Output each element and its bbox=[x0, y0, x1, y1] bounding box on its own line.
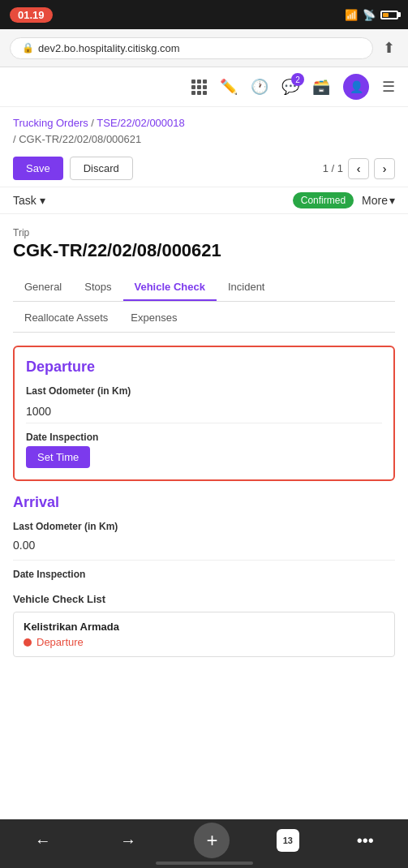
home-bar bbox=[156, 862, 253, 865]
tab-incident[interactable]: Incident bbox=[217, 274, 277, 301]
back-button[interactable]: ← bbox=[24, 821, 62, 860]
dots-button[interactable]: ••• bbox=[346, 821, 384, 860]
pagination: 1 / 1 ‹ › bbox=[323, 158, 395, 179]
avatar-icon: 👤 bbox=[350, 80, 363, 93]
avatar[interactable]: 👤 bbox=[343, 74, 369, 100]
vcl-item-status: Departure bbox=[24, 636, 384, 648]
main-content: Trip CGK-TR/22/02/08/000621 General Stop… bbox=[0, 214, 408, 678]
trip-label: Trip bbox=[13, 227, 395, 238]
wifi-icon: 📡 bbox=[363, 9, 376, 21]
table-icon[interactable]: 🗃️ bbox=[312, 78, 330, 96]
task-button[interactable]: Task ▾ bbox=[13, 194, 45, 207]
forward-button[interactable]: → bbox=[109, 821, 148, 860]
set-time-button[interactable]: Set Time bbox=[26, 446, 90, 468]
departure-odo-label: Last Odometer (in Km) bbox=[26, 385, 382, 397]
browser-bar: 🔒 dev2.bo.hospitality.citiskg.com ⬆ bbox=[0, 29, 408, 67]
breadcrumb-trucking[interactable]: Trucking Orders bbox=[13, 117, 88, 129]
pagination-text: 1 / 1 bbox=[323, 162, 343, 174]
edit-icon[interactable]: ✏️ bbox=[220, 78, 238, 96]
status-time: 01.19 bbox=[10, 7, 53, 23]
tab-vehicle-check[interactable]: Vehicle Check bbox=[123, 274, 217, 301]
next-button[interactable]: › bbox=[374, 158, 395, 179]
tabs-row2: Reallocate Assets Expenses bbox=[13, 305, 395, 333]
task-bar: Task ▾ Confirmed More ▾ bbox=[0, 187, 408, 214]
plus-icon: + bbox=[206, 829, 217, 852]
departure-odo-value: 1000 bbox=[26, 400, 382, 423]
breadcrumb-cgk: CGK-TR/22/02/08/000621 bbox=[19, 133, 141, 145]
departure-section: Departure Last Odometer (in Km) 1000 Dat… bbox=[13, 346, 395, 481]
tab-expenses[interactable]: Expenses bbox=[119, 305, 188, 332]
status-bar: 01.19 📶 📡 bbox=[0, 0, 408, 29]
share-button[interactable]: ⬆ bbox=[380, 36, 398, 60]
vehicle-check-list-section: Vehicle Check List Kelistrikan Armada De… bbox=[13, 593, 395, 657]
vcl-title: Vehicle Check List bbox=[13, 593, 395, 605]
departure-title: Departure bbox=[26, 359, 382, 376]
more-dropdown-icon: ▾ bbox=[389, 194, 395, 207]
action-bar: Save Discard 1 / 1 ‹ › bbox=[0, 150, 408, 187]
vcl-item: Kelistrikan Armada Departure bbox=[13, 612, 395, 657]
url-text: dev2.bo.hospitality.citiskg.com bbox=[38, 42, 180, 54]
vcl-status-label: Departure bbox=[37, 636, 84, 648]
trip-id: CGK-TR/22/02/08/000621 bbox=[13, 240, 395, 261]
departure-date-label: Date Inspection bbox=[26, 432, 382, 443]
arrival-odo-value: 0.00 bbox=[13, 535, 395, 561]
lock-icon: 🔒 bbox=[22, 42, 34, 54]
tabs-row1: General Stops Vehicle Check Incident bbox=[13, 274, 395, 302]
discard-button[interactable]: Discard bbox=[70, 157, 133, 180]
arrival-date-label: Date Inspection bbox=[13, 569, 395, 580]
nav-icons-bar: ✏️ 🕐 💬 2 🗃️ 👤 ☰ bbox=[0, 67, 408, 107]
url-bar[interactable]: 🔒 dev2.bo.hospitality.citiskg.com bbox=[10, 37, 373, 59]
calendar-button[interactable]: 13 bbox=[277, 829, 299, 852]
chat-icon[interactable]: 💬 2 bbox=[281, 78, 299, 96]
status-icons: 📶 📡 bbox=[345, 9, 398, 21]
menu-icon[interactable]: ☰ bbox=[382, 78, 395, 96]
tab-reallocate[interactable]: Reallocate Assets bbox=[13, 305, 119, 332]
arrival-title: Arrival bbox=[13, 494, 395, 511]
task-dropdown-icon: ▾ bbox=[40, 194, 45, 207]
battery-icon bbox=[380, 11, 398, 19]
vcl-item-name: Kelistrikan Armada bbox=[24, 621, 384, 633]
confirmed-badge: Confirmed bbox=[293, 192, 354, 208]
more-label: More bbox=[362, 194, 388, 207]
task-label: Task bbox=[13, 194, 37, 207]
more-button[interactable]: More ▾ bbox=[362, 194, 395, 207]
add-button[interactable]: + bbox=[194, 823, 230, 858]
signal-icon: 📶 bbox=[345, 9, 358, 21]
arrival-odo-label: Last Odometer (in Km) bbox=[13, 521, 395, 532]
tab-stops[interactable]: Stops bbox=[73, 274, 122, 301]
arrival-section: Arrival Last Odometer (in Km) 0.00 Date … bbox=[13, 494, 395, 580]
clock-icon[interactable]: 🕐 bbox=[251, 78, 268, 96]
save-button[interactable]: Save bbox=[13, 157, 63, 180]
breadcrumb: Trucking Orders / TSE/22/02/000018 / CGK… bbox=[0, 107, 408, 150]
prev-button[interactable]: ‹ bbox=[348, 158, 369, 179]
tab-general[interactable]: General bbox=[13, 274, 73, 301]
grid-icon[interactable] bbox=[191, 79, 207, 95]
bottom-nav: ← → + 13 ••• bbox=[0, 819, 408, 868]
action-buttons: Save Discard bbox=[13, 157, 133, 180]
breadcrumb-tse[interactable]: TSE/22/02/000018 bbox=[97, 117, 184, 129]
chat-badge: 2 bbox=[291, 73, 304, 86]
vcl-status-dot bbox=[24, 638, 32, 647]
